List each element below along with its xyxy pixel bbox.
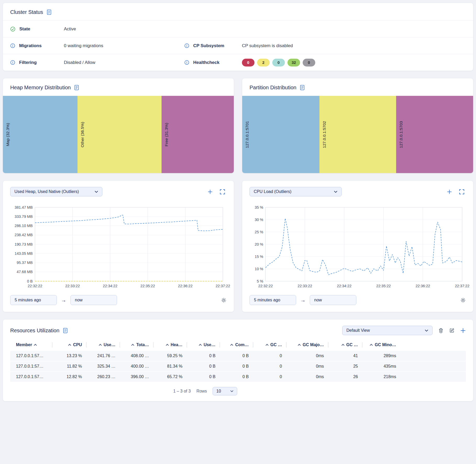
state-row: State Active	[3, 20, 473, 37]
value-cell: 289ms	[362, 353, 400, 358]
healthcheck-badge[interactable]: 0	[303, 59, 315, 67]
info-icon[interactable]	[10, 60, 15, 65]
distribution-segment[interactable]: Other (36.5%)	[78, 96, 162, 173]
info-icon[interactable]	[184, 60, 189, 65]
rows-per-page-select[interactable]: 10	[213, 387, 237, 395]
resources-table-body: 127.0.0.1:57…13.23 %241.76 …408.00 …59.2…	[10, 351, 466, 382]
svg-text:30 %: 30 %	[255, 218, 263, 222]
healthcheck-badges: 020320	[242, 59, 466, 67]
table-row[interactable]: 127.0.0.1:57…13.23 %241.76 …408.00 …59.2…	[10, 351, 466, 361]
document-icon[interactable]	[74, 85, 79, 90]
chevron-down-icon	[95, 191, 98, 193]
column-header[interactable]: Use…	[187, 339, 220, 351]
sort-ascending-icon	[199, 344, 202, 347]
healthcheck-badge[interactable]: 0	[272, 59, 285, 67]
column-header-label: GC Mino…	[375, 343, 396, 347]
svg-text:22:33:22: 22:33:22	[65, 284, 80, 288]
column-header[interactable]: Tota…	[120, 339, 153, 351]
segment-label: 127.0.0.1:5703	[399, 121, 403, 148]
document-icon[interactable]	[47, 9, 52, 15]
heap-metric-select[interactable]: Used Heap, Used Native (Outliers)	[10, 187, 102, 196]
healthcheck-badge[interactable]: 2	[257, 59, 270, 67]
sort-ascending-icon	[99, 344, 102, 347]
filtering-value: Disabled / Allow	[64, 60, 184, 65]
value-cell: 81.34 %	[153, 364, 187, 369]
column-header[interactable]: Com…	[220, 339, 253, 351]
value-cell: 0 B	[187, 374, 220, 379]
value-cell: 25	[328, 364, 362, 369]
cluster-status-title: Cluster Status	[10, 9, 43, 15]
column-header-label: Hea…	[171, 343, 182, 347]
distribution-segment[interactable]: 127.0.0.1:5701	[242, 96, 319, 173]
distribution-segment[interactable]: Free (31.3%)	[162, 96, 234, 173]
fullscreen-icon[interactable]	[220, 189, 225, 194]
gear-icon[interactable]	[460, 297, 466, 303]
dashboard-page: Cluster Status State Active Migrations 0…	[0, 0, 476, 404]
column-header[interactable]: GC …	[328, 339, 362, 351]
view-select[interactable]: Default View	[342, 326, 433, 335]
svg-text:238.42 MB: 238.42 MB	[15, 233, 33, 237]
sort-ascending-icon	[265, 344, 268, 347]
cpu-metric-select[interactable]: CPU Load (Outliers)	[250, 187, 342, 196]
value-cell: 0 B	[187, 353, 220, 358]
column-header[interactable]: Hea…	[153, 339, 187, 351]
healthcheck-badge[interactable]: 32	[287, 59, 300, 67]
value-cell: 408.00 …	[120, 353, 153, 358]
gear-icon[interactable]	[221, 297, 226, 303]
distribution-segment[interactable]: 127.0.0.1:5703	[396, 96, 473, 173]
member-cell: 127.0.0.1:57…	[10, 353, 52, 358]
info-icon[interactable]	[10, 43, 15, 48]
cp-subsystem-value: CP subsystem is disabled	[242, 43, 466, 48]
sort-ascending-icon	[230, 344, 233, 347]
table-row[interactable]: 127.0.0.1:57…11.82 %325.34 …400.00 …81.3…	[10, 361, 466, 372]
healthcheck-badge[interactable]: 0	[242, 59, 254, 67]
distribution-segment[interactable]: 127.0.0.1:5702	[319, 96, 396, 173]
value-cell: 0 B	[187, 364, 220, 369]
svg-text:381.47 MB: 381.47 MB	[15, 205, 33, 209]
value-cell: 400.00 …	[120, 364, 153, 369]
pagination-info: 1 – 3 of 3	[173, 389, 191, 394]
delete-view-icon[interactable]	[438, 328, 444, 333]
cpu-chart-panel: CPU Load (Outliers) 5 %10 %15 %20 %25 %3…	[242, 180, 473, 312]
value-cell: 26	[328, 374, 362, 379]
column-header[interactable]: GC Majo…	[286, 339, 328, 351]
fullscreen-icon[interactable]	[459, 189, 464, 194]
time-range-to-input[interactable]: now	[310, 295, 356, 305]
sort-ascending-icon	[34, 344, 37, 347]
svg-text:22:36:22: 22:36:22	[416, 284, 430, 288]
svg-text:20 %: 20 %	[255, 242, 263, 246]
filtering-label-group: Filtering	[10, 60, 64, 65]
svg-text:190.73 MB: 190.73 MB	[15, 242, 33, 246]
value-cell: 65.72 %	[153, 374, 187, 379]
heap-chart-panel: Used Heap, Used Native (Outliers) 0 B47.…	[3, 180, 234, 312]
time-range-from-input[interactable]: 5 minutes ago	[10, 295, 57, 305]
column-header[interactable]: Use…	[86, 339, 120, 351]
time-range-to-input[interactable]: now	[70, 295, 117, 305]
add-chart-icon[interactable]	[208, 189, 213, 194]
svg-text:35 %: 35 %	[255, 205, 263, 209]
state-value: Active	[64, 26, 184, 32]
rows-per-page-label: Rows	[196, 389, 207, 394]
info-icon[interactable]	[184, 43, 189, 48]
add-view-icon[interactable]	[460, 328, 466, 333]
document-icon[interactable]	[300, 85, 305, 90]
edit-view-icon[interactable]	[449, 328, 455, 333]
value-cell: 0 B	[220, 353, 253, 358]
column-header[interactable]: GC Mino…	[362, 339, 400, 351]
add-chart-icon[interactable]	[447, 189, 452, 194]
time-range-from-input[interactable]: 5 minutes ago	[250, 295, 296, 305]
svg-text:95.37 MB: 95.37 MB	[17, 261, 33, 265]
resources-table: MemberCPUUse…Tota…Hea…Use…Com…GC …GC Maj…	[3, 339, 473, 382]
filtering-row: Filtering Disabled / Allow Healthcheck 0…	[3, 54, 473, 71]
svg-text:22:35:22: 22:35:22	[140, 284, 155, 288]
state-label: State	[19, 26, 30, 32]
segment-label: 127.0.0.1:5701	[245, 121, 250, 148]
state-label-group: State	[10, 26, 64, 32]
column-header[interactable]: GC …	[253, 339, 286, 351]
document-icon[interactable]	[63, 328, 68, 333]
distribution-segment[interactable]: Map (32.3%)	[3, 96, 78, 173]
column-header[interactable]: CPU	[52, 339, 86, 351]
table-row[interactable]: 127.0.0.1:57…12.82 %260.23 …396.00 …65.7…	[10, 372, 466, 382]
value-cell: 396.00 …	[120, 374, 153, 379]
column-header[interactable]: Member	[10, 339, 52, 351]
